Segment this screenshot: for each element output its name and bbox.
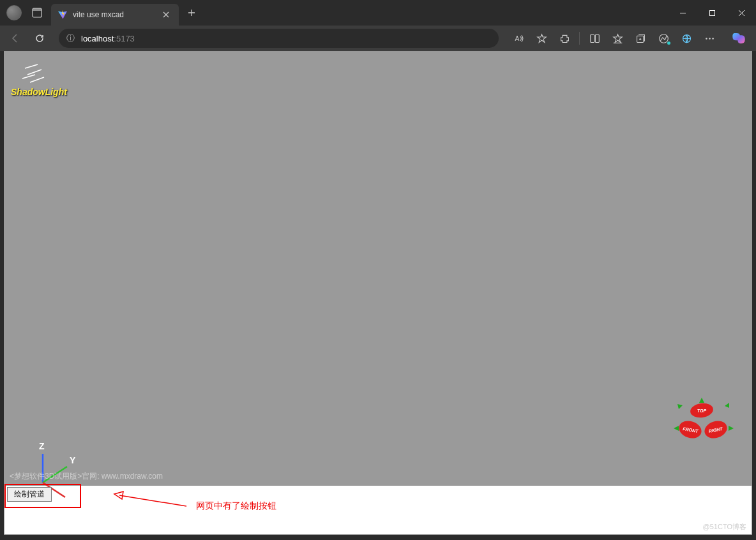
collections-icon[interactable] (630, 28, 651, 49)
url-host: localhost (81, 34, 114, 43)
split-screen-icon[interactable] (584, 28, 605, 49)
svg-marker-23 (677, 404, 683, 409)
back-button[interactable] (5, 28, 26, 49)
axis-x-label: X (70, 491, 75, 501)
favorites-icon[interactable] (607, 28, 628, 49)
svg-rect-5 (595, 34, 599, 42)
address-bar[interactable]: ⓘ localhost:5173 (59, 29, 499, 48)
svg-text:A: A (515, 34, 519, 41)
svg-line-13 (27, 70, 42, 75)
window-controls (668, 0, 756, 26)
canvas-watermark: <梦想软件3D试用版>官网: www.mxdraw.com (10, 471, 163, 482)
svg-line-12 (25, 64, 38, 68)
maximize-button[interactable] (697, 0, 727, 26)
svg-rect-1 (33, 8, 42, 11)
toolbar-actions: A (508, 28, 720, 49)
footer-watermark: @51CTO博客 (703, 522, 746, 532)
svg-rect-2 (709, 10, 714, 15)
tab-close-button[interactable] (160, 8, 172, 21)
copilot-icon[interactable] (727, 26, 751, 50)
more-icon[interactable] (699, 28, 720, 49)
svg-rect-4 (590, 34, 594, 42)
browser-titlebar: vite use mxcad (0, 0, 756, 26)
cad-canvas[interactable]: ShadowLight Z Y X TOP FRONT (4, 52, 752, 486)
svg-line-14 (22, 75, 35, 79)
read-aloud-icon[interactable]: A (508, 28, 529, 49)
view-cube[interactable]: TOP FRONT RIGHT (669, 396, 732, 460)
svg-point-10 (709, 38, 711, 40)
toolbar-separator (579, 32, 580, 45)
svg-line-15 (30, 77, 44, 82)
vite-favicon-icon (57, 10, 68, 20)
page-content: ShadowLight Z Y X TOP FRONT (4, 51, 752, 535)
axis-z-label: Z (39, 441, 45, 451)
draw-pipe-button[interactable]: 绘制管道 (7, 487, 52, 502)
extensions-icon[interactable] (554, 28, 575, 49)
minimize-button[interactable] (668, 0, 697, 26)
browser-tab[interactable]: vite use mxcad (51, 4, 179, 26)
info-icon[interactable]: ⓘ (66, 33, 75, 44)
axis-y-label: Y (70, 455, 75, 465)
refresh-button[interactable] (29, 28, 50, 49)
svg-point-9 (706, 38, 707, 40)
svg-point-11 (712, 38, 714, 40)
svg-marker-21 (729, 426, 734, 431)
performance-icon[interactable] (653, 28, 674, 49)
annotation-arrow-icon (113, 490, 190, 509)
annotation-text: 网页中有了绘制按钮 (196, 500, 276, 512)
svg-line-30 (119, 495, 186, 506)
url-port: :5173 (114, 34, 135, 43)
close-button[interactable] (727, 0, 756, 26)
svg-text:TOP: TOP (697, 409, 707, 413)
tab-title: vite use mxcad (73, 10, 160, 19)
browser-toolbar: ⓘ localhost:5173 A (0, 26, 756, 51)
shadow-light-icon (20, 63, 52, 86)
tab-overview-button[interactable] (28, 4, 46, 22)
shadow-light-label: ShadowLight (11, 87, 67, 97)
profile-icon[interactable] (6, 5, 22, 20)
new-tab-button[interactable] (183, 4, 200, 22)
star-icon[interactable] (531, 28, 552, 49)
svg-marker-19 (699, 398, 704, 403)
svg-marker-22 (674, 426, 679, 431)
svg-marker-20 (725, 403, 729, 408)
browser-essentials-icon[interactable] (676, 28, 697, 49)
